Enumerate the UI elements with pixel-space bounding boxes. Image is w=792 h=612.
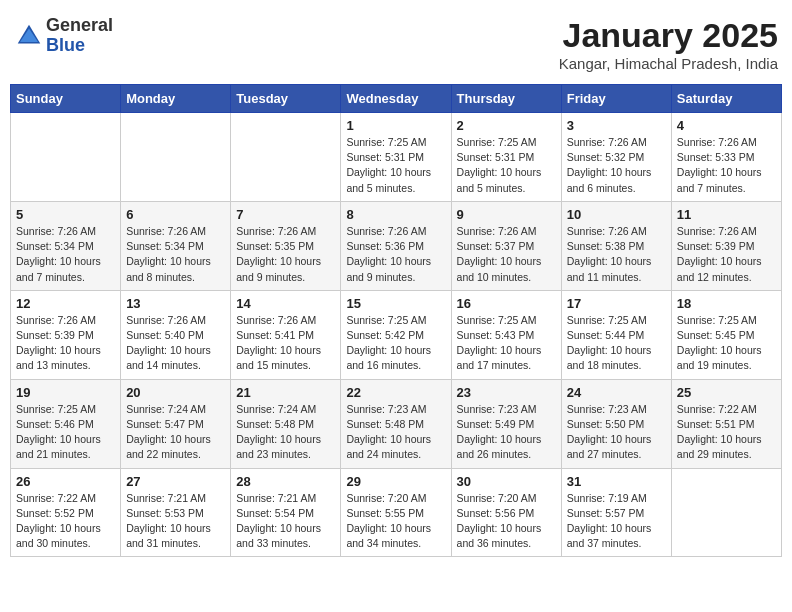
logo-text: General Blue <box>46 16 113 56</box>
day-info: Sunrise: 7:21 AM Sunset: 5:54 PM Dayligh… <box>236 491 335 552</box>
calendar-cell: 27Sunrise: 7:21 AM Sunset: 5:53 PM Dayli… <box>121 468 231 557</box>
day-info: Sunrise: 7:25 AM Sunset: 5:45 PM Dayligh… <box>677 313 776 374</box>
day-number: 6 <box>126 207 225 222</box>
day-number: 11 <box>677 207 776 222</box>
day-info: Sunrise: 7:26 AM Sunset: 5:35 PM Dayligh… <box>236 224 335 285</box>
calendar-cell: 5Sunrise: 7:26 AM Sunset: 5:34 PM Daylig… <box>11 201 121 290</box>
logo-general-text: General <box>46 16 113 36</box>
day-info: Sunrise: 7:23 AM Sunset: 5:50 PM Dayligh… <box>567 402 666 463</box>
day-info: Sunrise: 7:26 AM Sunset: 5:37 PM Dayligh… <box>457 224 556 285</box>
day-number: 4 <box>677 118 776 133</box>
calendar-cell: 17Sunrise: 7:25 AM Sunset: 5:44 PM Dayli… <box>561 290 671 379</box>
day-number: 1 <box>346 118 445 133</box>
day-number: 5 <box>16 207 115 222</box>
day-info: Sunrise: 7:26 AM Sunset: 5:39 PM Dayligh… <box>16 313 115 374</box>
day-number: 24 <box>567 385 666 400</box>
day-info: Sunrise: 7:26 AM Sunset: 5:34 PM Dayligh… <box>126 224 225 285</box>
day-number: 10 <box>567 207 666 222</box>
calendar-cell: 4Sunrise: 7:26 AM Sunset: 5:33 PM Daylig… <box>671 113 781 202</box>
day-info: Sunrise: 7:26 AM Sunset: 5:39 PM Dayligh… <box>677 224 776 285</box>
logo-icon <box>14 21 44 51</box>
day-number: 16 <box>457 296 556 311</box>
day-number: 8 <box>346 207 445 222</box>
day-info: Sunrise: 7:23 AM Sunset: 5:49 PM Dayligh… <box>457 402 556 463</box>
day-number: 12 <box>16 296 115 311</box>
day-number: 15 <box>346 296 445 311</box>
calendar-cell <box>121 113 231 202</box>
day-number: 26 <box>16 474 115 489</box>
day-info: Sunrise: 7:20 AM Sunset: 5:56 PM Dayligh… <box>457 491 556 552</box>
calendar-cell: 6Sunrise: 7:26 AM Sunset: 5:34 PM Daylig… <box>121 201 231 290</box>
calendar-cell: 20Sunrise: 7:24 AM Sunset: 5:47 PM Dayli… <box>121 379 231 468</box>
calendar-cell <box>11 113 121 202</box>
day-number: 19 <box>16 385 115 400</box>
day-info: Sunrise: 7:25 AM Sunset: 5:31 PM Dayligh… <box>457 135 556 196</box>
logo-blue-text: Blue <box>46 36 113 56</box>
calendar-cell: 31Sunrise: 7:19 AM Sunset: 5:57 PM Dayli… <box>561 468 671 557</box>
calendar-cell: 13Sunrise: 7:26 AM Sunset: 5:40 PM Dayli… <box>121 290 231 379</box>
calendar-cell <box>231 113 341 202</box>
calendar-cell: 9Sunrise: 7:26 AM Sunset: 5:37 PM Daylig… <box>451 201 561 290</box>
day-info: Sunrise: 7:26 AM Sunset: 5:32 PM Dayligh… <box>567 135 666 196</box>
calendar-cell: 1Sunrise: 7:25 AM Sunset: 5:31 PM Daylig… <box>341 113 451 202</box>
calendar-cell: 3Sunrise: 7:26 AM Sunset: 5:32 PM Daylig… <box>561 113 671 202</box>
calendar-cell: 30Sunrise: 7:20 AM Sunset: 5:56 PM Dayli… <box>451 468 561 557</box>
calendar-cell <box>671 468 781 557</box>
calendar-cell: 14Sunrise: 7:26 AM Sunset: 5:41 PM Dayli… <box>231 290 341 379</box>
calendar-subtitle: Kangar, Himachal Pradesh, India <box>559 55 778 72</box>
calendar-cell: 19Sunrise: 7:25 AM Sunset: 5:46 PM Dayli… <box>11 379 121 468</box>
day-info: Sunrise: 7:19 AM Sunset: 5:57 PM Dayligh… <box>567 491 666 552</box>
calendar-cell: 23Sunrise: 7:23 AM Sunset: 5:49 PM Dayli… <box>451 379 561 468</box>
day-number: 20 <box>126 385 225 400</box>
day-info: Sunrise: 7:25 AM Sunset: 5:42 PM Dayligh… <box>346 313 445 374</box>
day-number: 17 <box>567 296 666 311</box>
day-number: 18 <box>677 296 776 311</box>
day-number: 27 <box>126 474 225 489</box>
day-info: Sunrise: 7:26 AM Sunset: 5:33 PM Dayligh… <box>677 135 776 196</box>
calendar-table: SundayMondayTuesdayWednesdayThursdayFrid… <box>10 84 782 557</box>
weekday-header-wednesday: Wednesday <box>341 85 451 113</box>
day-info: Sunrise: 7:26 AM Sunset: 5:36 PM Dayligh… <box>346 224 445 285</box>
day-info: Sunrise: 7:25 AM Sunset: 5:43 PM Dayligh… <box>457 313 556 374</box>
weekday-header-monday: Monday <box>121 85 231 113</box>
day-number: 31 <box>567 474 666 489</box>
calendar-cell: 10Sunrise: 7:26 AM Sunset: 5:38 PM Dayli… <box>561 201 671 290</box>
calendar-cell: 12Sunrise: 7:26 AM Sunset: 5:39 PM Dayli… <box>11 290 121 379</box>
day-number: 7 <box>236 207 335 222</box>
day-number: 23 <box>457 385 556 400</box>
page-header: General Blue January 2025 Kangar, Himach… <box>10 10 782 78</box>
calendar-cell: 7Sunrise: 7:26 AM Sunset: 5:35 PM Daylig… <box>231 201 341 290</box>
calendar-cell: 18Sunrise: 7:25 AM Sunset: 5:45 PM Dayli… <box>671 290 781 379</box>
calendar-cell: 2Sunrise: 7:25 AM Sunset: 5:31 PM Daylig… <box>451 113 561 202</box>
day-info: Sunrise: 7:22 AM Sunset: 5:52 PM Dayligh… <box>16 491 115 552</box>
day-info: Sunrise: 7:24 AM Sunset: 5:48 PM Dayligh… <box>236 402 335 463</box>
week-row-3: 12Sunrise: 7:26 AM Sunset: 5:39 PM Dayli… <box>11 290 782 379</box>
weekday-header-friday: Friday <box>561 85 671 113</box>
day-info: Sunrise: 7:25 AM Sunset: 5:31 PM Dayligh… <box>346 135 445 196</box>
day-info: Sunrise: 7:22 AM Sunset: 5:51 PM Dayligh… <box>677 402 776 463</box>
calendar-cell: 15Sunrise: 7:25 AM Sunset: 5:42 PM Dayli… <box>341 290 451 379</box>
weekday-header-tuesday: Tuesday <box>231 85 341 113</box>
day-number: 3 <box>567 118 666 133</box>
day-info: Sunrise: 7:26 AM Sunset: 5:40 PM Dayligh… <box>126 313 225 374</box>
weekday-header-row: SundayMondayTuesdayWednesdayThursdayFrid… <box>11 85 782 113</box>
day-info: Sunrise: 7:24 AM Sunset: 5:47 PM Dayligh… <box>126 402 225 463</box>
day-number: 28 <box>236 474 335 489</box>
week-row-5: 26Sunrise: 7:22 AM Sunset: 5:52 PM Dayli… <box>11 468 782 557</box>
week-row-4: 19Sunrise: 7:25 AM Sunset: 5:46 PM Dayli… <box>11 379 782 468</box>
day-number: 25 <box>677 385 776 400</box>
day-info: Sunrise: 7:26 AM Sunset: 5:34 PM Dayligh… <box>16 224 115 285</box>
calendar-cell: 29Sunrise: 7:20 AM Sunset: 5:55 PM Dayli… <box>341 468 451 557</box>
week-row-2: 5Sunrise: 7:26 AM Sunset: 5:34 PM Daylig… <box>11 201 782 290</box>
calendar-cell: 8Sunrise: 7:26 AM Sunset: 5:36 PM Daylig… <box>341 201 451 290</box>
weekday-header-sunday: Sunday <box>11 85 121 113</box>
calendar-cell: 28Sunrise: 7:21 AM Sunset: 5:54 PM Dayli… <box>231 468 341 557</box>
day-number: 9 <box>457 207 556 222</box>
calendar-cell: 24Sunrise: 7:23 AM Sunset: 5:50 PM Dayli… <box>561 379 671 468</box>
calendar-cell: 11Sunrise: 7:26 AM Sunset: 5:39 PM Dayli… <box>671 201 781 290</box>
calendar-cell: 22Sunrise: 7:23 AM Sunset: 5:48 PM Dayli… <box>341 379 451 468</box>
calendar-cell: 16Sunrise: 7:25 AM Sunset: 5:43 PM Dayli… <box>451 290 561 379</box>
day-number: 13 <box>126 296 225 311</box>
logo: General Blue <box>14 16 113 56</box>
calendar-cell: 25Sunrise: 7:22 AM Sunset: 5:51 PM Dayli… <box>671 379 781 468</box>
